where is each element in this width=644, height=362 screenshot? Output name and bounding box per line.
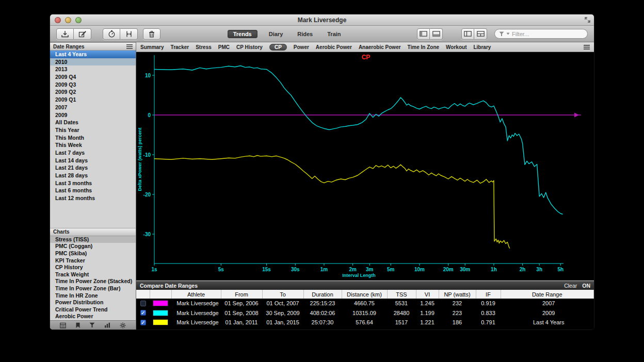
date-range-item-2009-q4[interactable]: 2009 Q4 bbox=[50, 73, 136, 81]
date-range-item-last-4-years[interactable]: Last 4 Years bbox=[50, 51, 136, 58]
tab-power[interactable]: Power bbox=[294, 44, 309, 50]
chart-item-time-in-power-zone-stacked[interactable]: Time In Power Zone (Stacked) bbox=[50, 278, 136, 285]
x-axis-label: Interval Length bbox=[342, 273, 376, 278]
compare-row-2009: ✓Mark Liversedge01 Sep, 200830 Sep, 2009… bbox=[136, 308, 594, 318]
save-button[interactable] bbox=[56, 28, 74, 40]
tab-library[interactable]: Library bbox=[473, 44, 491, 50]
cell-range: 2009 bbox=[501, 308, 594, 318]
fullscreen-icon[interactable] bbox=[584, 17, 591, 23]
chart-item-pmc-skiba[interactable]: PMC (Skiba) bbox=[50, 250, 136, 257]
charts-header: Charts bbox=[50, 228, 136, 236]
date-range-item-this-week[interactable]: This Week bbox=[50, 141, 136, 149]
chart-item-aerobic-power[interactable]: Aerobic Power bbox=[50, 313, 136, 320]
calendar-icon[interactable] bbox=[60, 322, 66, 328]
svg-text:3h: 3h bbox=[536, 267, 542, 272]
view-button-train[interactable]: Train bbox=[324, 30, 344, 38]
panel-left-icon bbox=[420, 31, 427, 37]
tab-cp-history[interactable]: CP History bbox=[236, 44, 263, 50]
chart-title: CP bbox=[362, 54, 371, 61]
chart-item-track-weight[interactable]: Track Weight bbox=[50, 271, 136, 278]
chart-item-power-distribution[interactable]: Power Distribution bbox=[50, 299, 136, 306]
col-athlete: Athlete bbox=[171, 290, 221, 299]
col-tss: TSS bbox=[387, 290, 416, 299]
compare-table: AthleteFromToDurationDistance (km)TSSVIN… bbox=[136, 290, 594, 327]
col-blank bbox=[136, 290, 150, 299]
chart-item-pmc-coggan[interactable]: PMC (Coggan) bbox=[50, 243, 136, 250]
compare-on-button[interactable]: ON bbox=[582, 283, 590, 289]
tab-anaerobic-power[interactable]: Anaerobic Power bbox=[359, 44, 401, 50]
date-range-item-this-year[interactable]: This Year bbox=[50, 126, 136, 134]
tab-stress[interactable]: Stress bbox=[196, 44, 212, 50]
date-range-item-last-12-months[interactable]: Last 12 months bbox=[50, 194, 136, 202]
clear-button[interactable]: Clear bbox=[564, 283, 577, 289]
date-range-item-2009-q2[interactable]: 2009 Q2 bbox=[50, 88, 136, 96]
tab-pmc[interactable]: PMC bbox=[218, 44, 230, 50]
chart-icon[interactable] bbox=[104, 322, 110, 328]
stopwatch-button[interactable] bbox=[103, 28, 120, 40]
chart-item-stress-tiss[interactable]: Stress (TISS) bbox=[50, 236, 136, 243]
svg-text:1s: 1s bbox=[151, 267, 157, 272]
gear-icon[interactable] bbox=[120, 322, 126, 328]
date-range-item-2009-q3[interactable]: 2009 Q3 bbox=[50, 81, 136, 89]
cell-range: 2007 bbox=[501, 299, 594, 308]
chart-item-time-in-power-zone-bar[interactable]: Time In Power Zone (Bar) bbox=[50, 285, 136, 292]
delete-button[interactable] bbox=[143, 28, 160, 40]
baseline-arrow bbox=[574, 113, 579, 118]
view-button-rides[interactable]: Rides bbox=[294, 30, 316, 38]
tile-view-button[interactable] bbox=[461, 28, 474, 40]
compare-row-checkbox[interactable]: ✓ bbox=[140, 320, 146, 325]
date-range-item-2009-q1[interactable]: 2009 Q1 bbox=[50, 96, 136, 104]
cell-duration: 25:07:30 bbox=[303, 318, 342, 327]
chart-item-time-in-hr-zone[interactable]: Time In HR Zone bbox=[50, 292, 136, 300]
date-range-item-all-dates[interactable]: All Dates bbox=[50, 119, 136, 126]
chart-item-critical-power-trend[interactable]: Critical Power Trend bbox=[50, 306, 136, 314]
toggle-sidebar-button[interactable] bbox=[417, 28, 430, 40]
date-range-item-2007[interactable]: 2007 bbox=[50, 104, 136, 111]
tab-aerobic-power[interactable]: Aerobic Power bbox=[316, 44, 352, 50]
filter-icon[interactable] bbox=[89, 322, 95, 328]
date-ranges-menu-icon[interactable] bbox=[126, 44, 133, 49]
tab-menu-icon[interactable] bbox=[584, 42, 590, 52]
grid-view-button[interactable] bbox=[474, 28, 487, 40]
date-range-item-last-3-months[interactable]: Last 3 months bbox=[50, 179, 136, 187]
series-last-4-years bbox=[154, 156, 510, 249]
tab-tracker[interactable]: Tracker bbox=[171, 44, 189, 50]
cell-from: 01 Jan, 2011 bbox=[221, 318, 262, 327]
tab-workout[interactable]: Workout bbox=[446, 44, 466, 50]
compare-row-checkbox[interactable]: ✓ bbox=[140, 310, 146, 316]
svg-text:10m: 10m bbox=[414, 267, 425, 272]
cell-athlete: Mark Liversedge bbox=[171, 299, 221, 308]
filter-field[interactable] bbox=[494, 29, 588, 39]
cp-chart[interactable]: CP100-10-20-301s5s15s30s1m2m3m5m10m20m30… bbox=[136, 52, 594, 281]
toggle-bottombar-button[interactable] bbox=[430, 28, 443, 40]
date-range-item-2013[interactable]: 2013 bbox=[50, 65, 136, 73]
date-range-item-last-14-days[interactable]: Last 14 days bbox=[50, 157, 136, 164]
tab-cp[interactable]: CP bbox=[269, 44, 287, 51]
date-range-item-2009[interactable]: 2009 bbox=[50, 111, 136, 119]
chart-item-cp-history[interactable]: CP History bbox=[50, 264, 136, 271]
date-range-item-last-6-months[interactable]: Last 6 months bbox=[50, 187, 136, 194]
col-from: From bbox=[221, 290, 262, 299]
bookmark-icon[interactable] bbox=[75, 322, 81, 328]
cell-tss: 1517 bbox=[387, 318, 416, 327]
date-range-item-2010[interactable]: 2010 bbox=[50, 58, 136, 66]
view-button-diary[interactable]: Diary bbox=[266, 30, 286, 38]
edit-button[interactable] bbox=[74, 28, 91, 40]
tile-bottom-icon bbox=[477, 31, 485, 37]
date-range-item-this-month[interactable]: This Month bbox=[50, 134, 136, 142]
view-switcher: TrendsDiaryRidesTrain bbox=[228, 30, 344, 38]
intervals-button[interactable] bbox=[120, 28, 138, 40]
date-range-item-last-28-days[interactable]: Last 28 days bbox=[50, 172, 136, 179]
series-color-swatch bbox=[153, 319, 168, 325]
col-if: IF bbox=[476, 290, 501, 299]
date-range-item-last-21-days[interactable]: Last 21 days bbox=[50, 164, 136, 172]
date-range-item-last-7-days[interactable]: Last 7 days bbox=[50, 149, 136, 157]
compare-row-checkbox[interactable] bbox=[140, 301, 146, 306]
view-button-trends[interactable]: Trends bbox=[228, 30, 257, 38]
tab-time-in-zone[interactable]: Time In Zone bbox=[408, 44, 440, 50]
cell-athlete: Mark Liversedge bbox=[171, 308, 221, 318]
filter-input[interactable] bbox=[512, 31, 579, 37]
chart-item-kpi-tracker[interactable]: KPI Tracker bbox=[50, 257, 136, 265]
tab-summary[interactable]: Summary bbox=[140, 44, 164, 50]
cell-tss: 28480 bbox=[387, 308, 416, 318]
